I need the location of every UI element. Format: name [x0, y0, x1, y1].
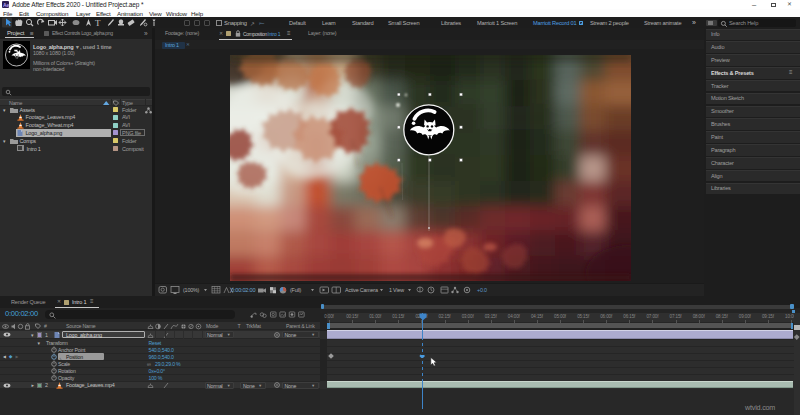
svg-text:(100%): (100%) [183, 287, 200, 293]
svg-text:(Full): (Full) [290, 287, 301, 293]
svg-text:+0.0: +0.0 [477, 287, 487, 293]
svg-text:Active Camera: Active Camera [345, 287, 378, 293]
svg-text:T: T [95, 18, 101, 28]
svg-text:0:00:02:00: 0:00:02:00 [231, 287, 256, 293]
svg-text:1 View: 1 View [389, 287, 404, 293]
